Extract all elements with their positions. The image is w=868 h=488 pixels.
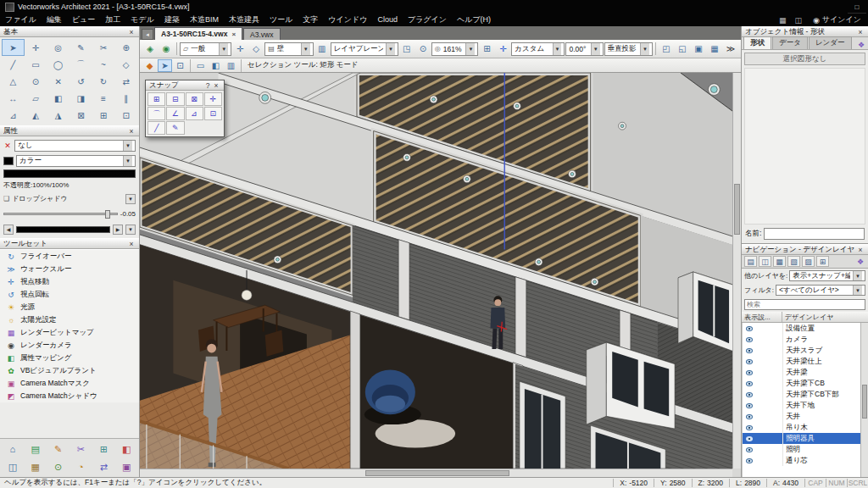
snap-mode-icon[interactable]: ⊠ <box>186 92 203 106</box>
selection-mode-icon[interactable]: ➤ <box>158 59 172 72</box>
visibility-column-header[interactable]: 表示設... <box>742 312 782 322</box>
menu-item[interactable]: 建築 <box>159 14 185 26</box>
signin-button[interactable]: ◉ サインイン <box>806 14 868 25</box>
toolset-item[interactable]: ≫ ウォークスルー <box>0 263 139 275</box>
navigation-tab-icon[interactable]: ⊞ <box>816 256 829 267</box>
visibility-eye-icon[interactable] <box>746 359 753 364</box>
scrollbar-thumb[interactable] <box>734 184 740 235</box>
layer-row[interactable]: 天井梁下CB <box>743 378 868 389</box>
basic-tool-icon[interactable]: ∥ <box>114 90 137 107</box>
no-fill-icon[interactable]: ✕ <box>3 141 12 150</box>
basic-tool-icon[interactable]: ➤ <box>2 39 25 56</box>
basic-tool-icon[interactable]: ✎ <box>70 39 92 56</box>
dock-tool-icon[interactable]: ▤ <box>25 441 47 458</box>
visibility-eye-icon[interactable] <box>746 348 753 353</box>
rect-mode-icon[interactable]: ▭ <box>193 59 208 72</box>
attributes-palette-header[interactable]: 属性 × <box>0 125 139 136</box>
menubar-icon[interactable]: ▦ <box>775 16 791 25</box>
basic-tool-icon[interactable]: ◨ <box>70 90 92 107</box>
basic-tool-icon[interactable]: ~ <box>92 56 115 73</box>
menu-item[interactable]: モデル <box>125 14 159 26</box>
menu-item[interactable]: Cloud <box>372 14 403 26</box>
menu-button[interactable]: ▼ <box>125 225 136 235</box>
projection-select[interactable]: 垂直投影 ▼ <box>604 42 653 56</box>
zoom-select[interactable]: ◎ 161% ▼ <box>431 42 479 56</box>
menu-item[interactable]: 木造建具 <box>224 14 264 26</box>
drop-shadow-menu-button[interactable]: ▼ <box>125 194 136 204</box>
toolset-item[interactable]: ▦ レンダービットマップ <box>0 326 139 339</box>
dock-tool-icon[interactable]: ✂ <box>70 441 92 458</box>
layer-row[interactable]: 通り芯 <box>743 455 868 466</box>
navigation-header[interactable]: ナビゲーション - デザインレイヤ × <box>742 244 868 255</box>
plane-mode-icon[interactable]: ◳ <box>399 42 415 57</box>
dock-tool-icon[interactable]: ✎ <box>47 441 70 458</box>
visibility-eye-icon[interactable] <box>746 381 753 386</box>
basic-tool-icon[interactable]: ⊡ <box>114 107 137 124</box>
snap-mode-icon[interactable]: ╱ <box>147 121 165 135</box>
menu-item[interactable]: ファイル <box>0 14 42 26</box>
basic-tool-icon[interactable]: △ <box>2 73 25 90</box>
close-icon[interactable]: × <box>856 28 865 36</box>
render-mode-icon[interactable]: ◰ <box>659 42 674 57</box>
puzzle-icon[interactable]: ❖ <box>855 258 865 266</box>
snap-mode-icon[interactable]: ⊿ <box>186 107 203 120</box>
basic-tool-icon[interactable]: ⊿ <box>2 107 25 124</box>
basic-tool-icon[interactable]: ⌒ <box>70 56 92 73</box>
dock-tool-icon[interactable]: ⊙ <box>47 458 70 475</box>
layer-row[interactable]: 天井 <box>743 411 868 422</box>
offset-slider[interactable] <box>3 213 118 215</box>
basic-tool-icon[interactable]: ✂ <box>92 39 115 56</box>
basic-tool-icon[interactable]: ╱ <box>2 56 25 73</box>
snap-palette-header[interactable]: スナップ ? × <box>146 80 224 91</box>
toolset-item[interactable]: ◩ Camera Matchシャドウ <box>0 390 139 402</box>
basic-tool-icon[interactable]: ◯ <box>47 56 70 73</box>
close-icon[interactable]: × <box>856 246 865 254</box>
basic-tool-icon[interactable]: ◮ <box>47 107 70 124</box>
toolset-item[interactable]: ▣ Camera Matchマスク <box>0 377 139 390</box>
basic-tool-icon[interactable]: ▱ <box>25 90 47 107</box>
doc-tab-active[interactable]: A3-1-50RC15-4.vwx × <box>154 27 242 40</box>
layer-row[interactable]: 天井梁下CB下部 <box>743 389 868 400</box>
visibility-eye-icon[interactable] <box>746 414 753 419</box>
tab-render[interactable]: レンダー <box>809 36 852 49</box>
navigation-tab-icon[interactable]: ◫ <box>759 256 771 267</box>
basic-tool-icon[interactable]: ⊠ <box>70 107 92 124</box>
marquee-mode-icon[interactable]: ⊡ <box>173 59 187 72</box>
visibility-eye-icon[interactable] <box>746 370 753 375</box>
basic-tool-icon[interactable]: ≡ <box>92 90 115 107</box>
menu-item[interactable]: プラグイン <box>403 14 452 26</box>
basic-tool-icon[interactable]: ◇ <box>114 56 137 73</box>
dock-tool-icon[interactable]: ◧ <box>115 441 137 458</box>
canvas-horizontal-scrollbar[interactable] <box>140 469 732 477</box>
snap-mode-icon[interactable]: ∠ <box>166 107 184 120</box>
menu-item[interactable]: 文字 <box>298 14 323 26</box>
grid-icon[interactable]: ⊞ <box>479 42 494 57</box>
other-layers-select[interactable]: 表示+スナップ+編集 ▼ <box>789 270 865 281</box>
toolset-item[interactable]: ✛ 視点移動 <box>0 275 139 288</box>
basic-tool-icon[interactable]: ▭ <box>25 56 47 73</box>
snap-mode-icon[interactable]: ⊞ <box>147 92 165 106</box>
rotation-angle-input[interactable]: 0.00° ▼ <box>565 42 603 56</box>
layer-row[interactable]: 照明器具 <box>743 433 868 444</box>
wall-pref-icon[interactable]: ▥ <box>314 42 330 57</box>
render-mode2-icon[interactable]: ◱ <box>675 42 690 57</box>
navigation-tab-icon[interactable]: ▤ <box>744 256 757 267</box>
dock-tool-icon[interactable]: ▦ <box>25 458 47 475</box>
layer-row[interactable]: カメラ <box>743 334 868 345</box>
window-control-button[interactable]: □ <box>848 1 866 13</box>
layer-row[interactable]: 設備位置 <box>743 323 868 334</box>
3d-model-view[interactable] <box>140 73 732 469</box>
name-input[interactable] <box>764 228 865 240</box>
next-button[interactable]: ▶ <box>113 225 123 235</box>
toolbar-overflow-icon[interactable]: ≫ <box>723 42 738 57</box>
visibility-eye-icon[interactable] <box>746 425 753 430</box>
basic-palette-header[interactable]: 基本 × <box>0 26 139 37</box>
basic-tool-icon[interactable]: ↔ <box>2 90 25 107</box>
scrollbar-thumb[interactable] <box>365 470 509 476</box>
close-icon[interactable]: × <box>212 81 220 90</box>
menu-item[interactable]: ウインドウ <box>323 14 372 26</box>
snap-mode-icon[interactable]: ⌒ <box>147 107 165 120</box>
dock-tool-icon[interactable]: ⊞ <box>92 441 114 458</box>
dock-tool-icon[interactable]: ⌂ <box>2 441 24 458</box>
toolset-item[interactable]: ↺ 視点回転 <box>0 288 139 301</box>
